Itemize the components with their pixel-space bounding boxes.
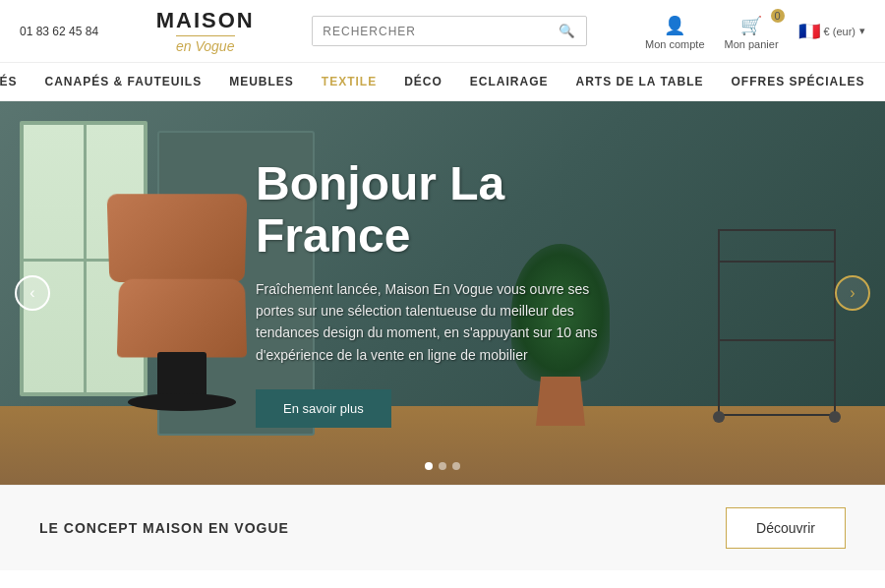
carousel-next-button[interactable]: › xyxy=(835,275,870,311)
account-button[interactable]: 👤 Mon compte xyxy=(645,13,705,50)
cart-label: Mon panier xyxy=(725,38,779,50)
hero-content: Bonjour La France Fraîchement lancée, Ma… xyxy=(0,101,885,485)
logo-divider xyxy=(176,35,235,36)
currency-label: € (eur) xyxy=(824,26,856,37)
header-actions: 👤 Mon compte 🛒 0 Mon panier 🇫🇷 € (eur) ▾ xyxy=(645,13,865,50)
search-button[interactable]: 🔍 xyxy=(549,17,585,45)
hero-cta-button[interactable]: En savoir plus xyxy=(256,389,391,428)
chevron-right-icon: › xyxy=(850,284,855,302)
nav-item-deco[interactable]: DÉCO xyxy=(404,75,442,88)
hero-description: Fraîchement lancée, Maison En Vogue vous… xyxy=(256,278,629,367)
hero-section: ‹ › Bonjour La France Fraîchement lancée… xyxy=(0,101,885,485)
carousel-dots xyxy=(425,462,460,470)
main-navigation: NOUVEAUTÉS CANAPÉS & FAUTEUILS MEUBLES T… xyxy=(0,63,885,101)
decouvrir-button[interactable]: Découvrir xyxy=(726,507,846,549)
logo-sub-text: en Vogue xyxy=(176,38,234,54)
nav-item-eclairage[interactable]: ECLAIRAGE xyxy=(470,75,549,88)
carousel-prev-button[interactable]: ‹ xyxy=(15,275,50,311)
language-selector[interactable]: 🇫🇷 € (eur) ▾ xyxy=(798,21,865,42)
nav-item-canapes[interactable]: CANAPÉS & FAUTEUILS xyxy=(44,75,202,88)
nav-item-textile[interactable]: TEXTILE xyxy=(322,75,377,88)
concept-label: LE CONCEPT MAISON EN VOGUE xyxy=(39,520,289,536)
carousel-dot-1[interactable] xyxy=(425,462,433,470)
carousel-dot-2[interactable] xyxy=(439,462,446,470)
hero-title-line2: France xyxy=(256,209,410,262)
logo[interactable]: MAISON en Vogue xyxy=(156,8,255,54)
search-bar[interactable]: 🔍 xyxy=(312,16,587,46)
bottom-concept-band: LE CONCEPT MAISON EN VOGUE Découvrir xyxy=(0,485,885,570)
hero-title-line1: Bonjour La xyxy=(256,157,504,209)
chevron-left-icon: ‹ xyxy=(30,284,34,302)
cart-icon: 🛒 xyxy=(740,15,762,36)
phone-number: 01 83 62 45 84 xyxy=(20,25,98,38)
nav-item-nouveautes[interactable]: NOUVEAUTÉS xyxy=(0,75,17,88)
cart-button[interactable]: 🛒 0 Mon panier xyxy=(725,13,779,50)
search-icon: 🔍 xyxy=(559,24,575,38)
cart-badge: 0 xyxy=(771,9,785,23)
nav-item-offres[interactable]: OFFRES SPÉCIALES xyxy=(732,75,865,88)
nav-item-meubles[interactable]: MEUBLES xyxy=(229,75,294,88)
account-label: Mon compte xyxy=(645,38,705,50)
search-input[interactable] xyxy=(313,18,549,45)
top-bar: 01 83 62 45 84 MAISON en Vogue 🔍 👤 Mon c… xyxy=(0,0,885,63)
chevron-down-icon: ▾ xyxy=(859,25,865,37)
hero-title: Bonjour La France xyxy=(256,158,806,263)
nav-item-arts[interactable]: ARTS DE LA TABLE xyxy=(576,75,704,88)
logo-main-text: MAISON xyxy=(156,8,255,33)
carousel-dot-3[interactable] xyxy=(452,462,460,470)
flag-icon: 🇫🇷 xyxy=(798,21,820,42)
account-icon: 👤 xyxy=(664,15,685,36)
